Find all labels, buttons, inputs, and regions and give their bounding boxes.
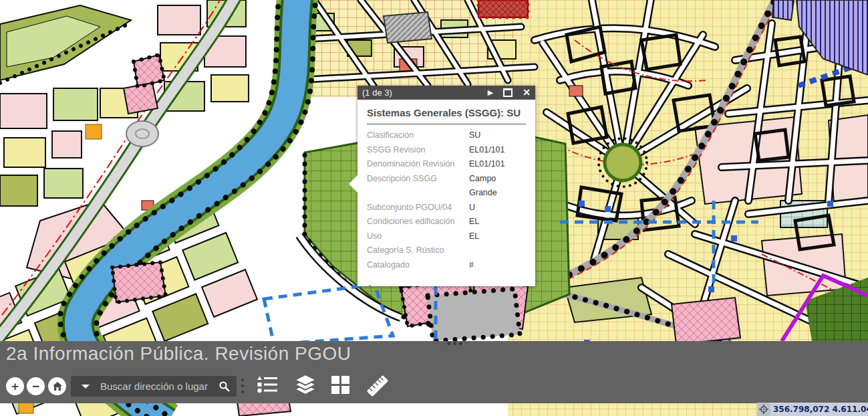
salmon-parcel: [569, 86, 583, 96]
popup-title: Sistemas Generales (SSGG): SU: [367, 100, 526, 118]
attribute-row: Descripción SSGG Campo Grande: [367, 172, 526, 201]
crosshair-icon[interactable]: [757, 403, 770, 416]
attribute-row: Subconjunto PGOU/04 U: [367, 201, 526, 215]
legend-button[interactable]: [257, 376, 277, 393]
legend-icon: [257, 376, 277, 393]
search-bar: [71, 376, 237, 397]
home-button[interactable]: [48, 377, 66, 395]
search-input[interactable]: [99, 380, 212, 393]
measure-ruler-icon: [365, 373, 390, 399]
app-title: 2a Información Pública. Revisión PGOU: [6, 343, 351, 365]
search-icon[interactable]: [219, 381, 230, 392]
attribute-row: Catalogado #: [367, 258, 526, 273]
measure-button[interactable]: [365, 373, 390, 399]
zoom-to-link[interactable]: Acercar a: [367, 283, 404, 286]
zoom-out-button[interactable]: −: [27, 377, 45, 395]
coordinate-widget: 356.798,072 4.611.041,54: [757, 403, 868, 416]
dropdown-caret-icon[interactable]: [82, 385, 90, 389]
attribute-row: Categoría S. Rústico: [367, 243, 526, 258]
attribute-row: Condiciones edificación EL: [367, 215, 526, 229]
plaza-circular: [605, 144, 641, 181]
popup-pager: (1 de 3): [362, 88, 392, 98]
coordinate-readout: 356.798,072 4.611.041,54: [770, 405, 868, 414]
layers-button[interactable]: [294, 373, 317, 396]
basemap-gallery-icon: [331, 376, 349, 394]
plaza-gray: [428, 289, 520, 341]
attribution-handle-icon[interactable]: [447, 342, 462, 345]
maximize-icon[interactable]: [503, 88, 513, 97]
basemap-gallery-button[interactable]: [331, 376, 349, 394]
popup-callout-arrow: [349, 175, 357, 193]
next-feature-icon[interactable]: ▶: [488, 86, 493, 100]
layers-icon: [294, 373, 317, 396]
popup-body: Sistemas Generales (SSGG): SU Clasificac…: [357, 100, 535, 286]
attribute-row: Clasificación SU: [367, 128, 526, 143]
feature-popup: (1 de 3) ▶ ✕ Sistemas Generales (SSGG): …: [357, 86, 535, 286]
home-icon: [53, 382, 62, 391]
popup-divider: [367, 124, 526, 124]
close-icon[interactable]: ✕: [523, 86, 531, 100]
attribute-row: Uso EL: [367, 229, 526, 244]
attribute-row: SSGG Revisión EL01/101: [367, 143, 526, 158]
zoom-in-button[interactable]: +: [6, 377, 24, 395]
attribute-row: Denominación Revisión EL01/101: [367, 157, 526, 172]
overflow-menu-icon[interactable]: [241, 379, 244, 393]
popup-header: (1 de 3) ▶ ✕: [357, 86, 535, 100]
